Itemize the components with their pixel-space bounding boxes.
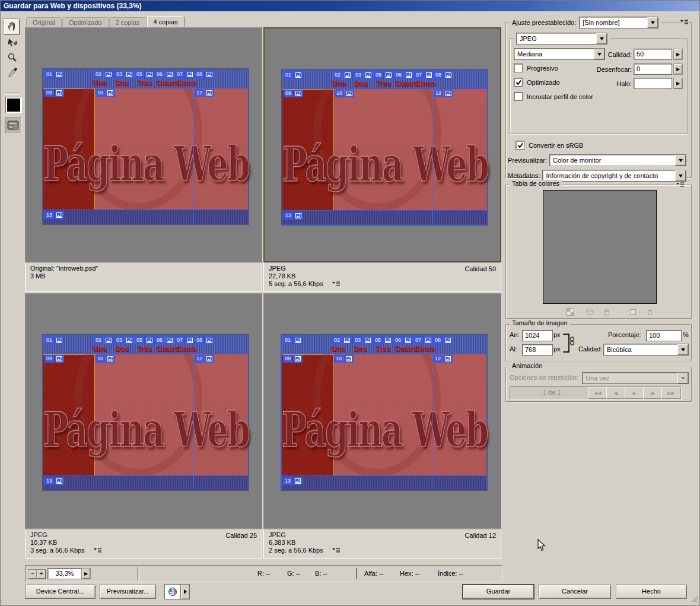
preset-menu-button[interactable] [679, 18, 689, 26]
statusbar-divider [137, 567, 139, 580]
percent-field[interactable]: 100 [646, 330, 682, 341]
zoom-tool-button[interactable] [5, 51, 20, 65]
new-color-icon[interactable] [628, 307, 638, 316]
color-table-group: Tabla de colores [505, 185, 692, 319]
done-button[interactable]: Hecho [616, 585, 687, 599]
browser-select-button[interactable]: ? [164, 584, 182, 599]
progressive-checkbox[interactable] [514, 64, 523, 72]
download-rate-menu-button[interactable] [93, 547, 102, 555]
hand-icon [7, 21, 17, 33]
optimized-checkbox[interactable] [514, 78, 523, 87]
resample-quality-select[interactable]: Bicúbica [603, 344, 689, 356]
nav-menu-item: Cuatro [394, 344, 418, 353]
slice-image-icon [55, 211, 64, 219]
download-rate-menu-button[interactable] [332, 281, 341, 288]
device-central-button[interactable]: Device Central... [25, 585, 96, 599]
slice-label: 06 [394, 71, 413, 79]
srgb-label: Convertir en sRGB [529, 142, 583, 149]
blur-slider-button[interactable]: ▶ [674, 64, 682, 74]
hand-tool-button[interactable] [4, 19, 20, 34]
quality-field[interactable]: 50 [634, 49, 672, 60]
tab-4-copias[interactable]: 4 copias [147, 16, 184, 27]
pane-info-line2: 10,37 KB [30, 539, 257, 547]
playback-bar: 1 de 1 ◀◀ ◀| ▶ |▶ ▶▶ [510, 386, 682, 399]
format-select[interactable]: JPEG [516, 33, 607, 45]
preview-canvas[interactable]: 01020305060708UnoDosTresCuatroCinco 0910… [263, 27, 501, 262]
web-page-image: 01020305060708UnoDosTresCuatroCinco 0910… [43, 69, 249, 224]
quality-slider-button[interactable]: ▶ [674, 49, 682, 59]
image-size-title: Tamaño de imagen [512, 319, 568, 326]
zoom-out-button[interactable]: − [28, 570, 37, 579]
halo-slider-button[interactable]: ▶ [674, 78, 682, 88]
cancel-button[interactable]: Cancelar [539, 585, 611, 599]
transparency-map-icon[interactable] [565, 307, 575, 316]
eyedropper-tool-button[interactable] [5, 66, 20, 80]
dialog-title-bar[interactable]: Guardar para Web y dispositivos (33,3%) [1, 1, 699, 11]
halo-label: Halo: [616, 80, 632, 87]
preview-pane[interactable]: 01020305060708UnoDosTresCuatroCinco 0910… [25, 27, 262, 292]
download-rate-menu-button[interactable] [332, 547, 341, 555]
color-table-area [543, 190, 657, 304]
compression-select[interactable]: Mediana [514, 48, 605, 60]
metadata-select[interactable]: Información de copyright y de contacto [542, 170, 686, 182]
green-value: G: -- [287, 570, 300, 577]
slice-label: 01 [44, 337, 64, 344]
web-shift-cube-icon[interactable] [585, 307, 594, 316]
preview-canvas[interactable]: 01020305060708UnoDosTresCuatroCinco 0910… [25, 27, 262, 262]
animation-title: Animación [512, 362, 542, 369]
next-frame-button: |▶ [643, 387, 663, 399]
slice-image-icon [294, 212, 303, 220]
resize-grip[interactable] [691, 595, 698, 604]
toggle-slices-visibility-button[interactable] [5, 118, 21, 134]
preview-canvas[interactable]: 01020305060708UnoDosTresCuatroCinco 0910… [25, 293, 262, 529]
tab-optimizado[interactable]: Optimizado [62, 17, 109, 27]
zoom-level-field[interactable]: 33,3% [47, 568, 82, 579]
preview-select[interactable]: Color de monitor [549, 154, 686, 166]
slice-image-icon [443, 337, 453, 344]
preview-pane[interactable]: 01020305060708UnoDosTresCuatroCinco 0910… [25, 293, 262, 559]
pane-info-bar: JPEG 10,37 KB 3 seg. a 56,6 Kbps Calidad… [25, 529, 262, 559]
slice-select-tool-button[interactable] [5, 36, 20, 50]
save-button[interactable]: Guardar [463, 585, 534, 599]
pane-info-bar: JPEG 22,78 KB 5 seg. a 56,6 Kbps Calidad… [263, 262, 501, 292]
zoom-spinner-button[interactable]: ▶ [82, 569, 90, 579]
slice-label: 07 [175, 337, 195, 344]
pane-info-line1: JPEG [269, 265, 496, 272]
slice-image-icon [384, 71, 393, 79]
preview-canvas[interactable]: 01020305060708UnoDosTresCuatroCinco 0910… [263, 293, 501, 529]
zoom-in-button[interactable]: + [37, 570, 46, 579]
preview-pane[interactable]: 01020305060708UnoDosTresCuatroCinco 0910… [263, 27, 501, 292]
tab-original[interactable]: Original [26, 17, 62, 27]
color-table-menu-button[interactable] [674, 181, 685, 188]
preview-label: Previsualizar: [508, 157, 547, 164]
srgb-checkbox[interactable] [516, 141, 524, 150]
browser-list-arrow-button[interactable] [180, 584, 190, 599]
preset-group: Ajuste preestablecido: [Sin nombre] JPEG… [505, 22, 692, 178]
pane-info-line2: 3 MB [30, 272, 257, 280]
preset-select[interactable]: [Sin nombre] [579, 17, 658, 28]
color-table-title: Tabla de colores [512, 180, 559, 187]
halo-field[interactable] [634, 78, 672, 89]
footer-band: 13 [43, 475, 248, 490]
blue-value: B: -- [315, 570, 327, 577]
width-field[interactable]: 1024 [522, 330, 553, 341]
blur-field[interactable]: 0 [634, 64, 672, 75]
slice-label: 01 [44, 71, 64, 78]
tab-2-copias[interactable]: 2 copias [109, 17, 147, 27]
pane-info-line3: 5 seg. a 56,6 Kbps [269, 280, 323, 287]
height-field[interactable]: 768 [522, 344, 553, 356]
pane-info-line3: 3 seg. a 56,6 Kbps [30, 547, 85, 554]
slice-label: 08 [195, 71, 214, 78]
lock-color-icon[interactable] [602, 307, 611, 316]
slice-label: 12 [433, 355, 453, 363]
dropdown-arrow-icon [647, 17, 658, 28]
embed-profile-checkbox[interactable] [514, 92, 523, 101]
slice-image-icon [145, 337, 154, 344]
slice-label: 08 [195, 337, 214, 344]
magnifier-icon [7, 52, 18, 64]
height-unit: px [553, 345, 561, 353]
preview-in-browser-button[interactable]: Previsualizar... [100, 585, 156, 599]
preview-pane[interactable]: 01020305060708UnoDosTresCuatroCinco 0910… [263, 293, 501, 559]
eyedropper-color-well[interactable] [5, 97, 22, 113]
delete-color-icon[interactable] [645, 307, 654, 316]
